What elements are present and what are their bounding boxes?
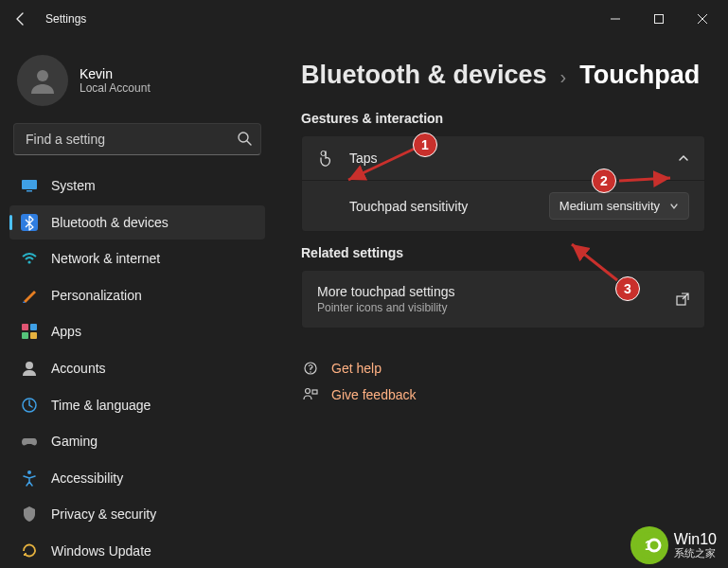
gaming-icon xyxy=(21,433,38,450)
accessibility-icon xyxy=(21,470,38,487)
profile-subtitle: Local Account xyxy=(80,81,151,95)
svg-rect-3 xyxy=(22,180,37,189)
system-icon xyxy=(21,177,38,194)
svg-rect-0 xyxy=(655,15,664,24)
sensitivity-dropdown[interactable]: Medium sensitivity xyxy=(549,192,689,220)
breadcrumb-parent[interactable]: Bluetooth & devices xyxy=(301,61,547,90)
sidebar-item-accessibility[interactable]: Accessibility xyxy=(9,460,265,495)
chevron-right-icon: › xyxy=(560,66,567,88)
chevron-up-icon xyxy=(678,152,689,164)
get-help-link[interactable]: Get help xyxy=(301,355,705,382)
sidebar-item-label: Windows Update xyxy=(51,543,151,559)
svg-rect-10 xyxy=(30,332,37,339)
sidebar-item-label: Personalization xyxy=(51,288,142,303)
sidebar-item-privacy[interactable]: Privacy & security xyxy=(9,497,265,532)
search-icon xyxy=(237,131,252,146)
sidebar-item-label: Gaming xyxy=(51,434,98,449)
back-button[interactable] xyxy=(4,2,38,36)
accounts-icon xyxy=(21,360,38,377)
svg-rect-19 xyxy=(312,390,317,394)
update-icon xyxy=(21,542,38,559)
minimize-icon xyxy=(611,14,620,24)
open-external-icon xyxy=(676,293,689,306)
minimize-button[interactable] xyxy=(594,4,637,34)
more-settings-subtitle: Pointer icons and visibility xyxy=(317,301,661,314)
watermark: 1 Win10 系统之家 xyxy=(625,523,722,568)
sidebar-item-bluetooth-devices[interactable]: Bluetooth & devices xyxy=(9,205,265,240)
sidebar-item-label: Accounts xyxy=(51,361,106,376)
profile-block[interactable]: Kevin Local Account xyxy=(9,49,265,123)
sidebar-item-gaming[interactable]: Gaming xyxy=(9,424,265,459)
avatar xyxy=(17,55,68,106)
search-box xyxy=(13,123,261,155)
close-icon xyxy=(698,14,707,24)
nav-list: System Bluetooth & devices Network & int… xyxy=(9,169,265,568)
sensitivity-label: Touchpad sensitivity xyxy=(349,199,468,214)
taps-row[interactable]: Taps xyxy=(302,136,704,181)
feedback-icon xyxy=(303,387,318,402)
main-content: Bluetooth & devices › Touchpad Gestures … xyxy=(275,38,728,568)
sidebar-item-system[interactable]: System xyxy=(9,169,265,204)
watermark-title: Win10 xyxy=(674,531,717,547)
watermark-subtitle: 系统之家 xyxy=(674,548,717,559)
chevron-down-icon xyxy=(669,202,679,211)
search-input[interactable] xyxy=(13,123,261,155)
more-settings-card: More touchpad settings Pointer icons and… xyxy=(301,270,705,328)
sidebar-item-label: Accessibility xyxy=(51,470,123,486)
paintbrush-icon xyxy=(21,287,38,304)
section-gestures-header: Gestures & interaction xyxy=(301,111,705,126)
svg-point-17 xyxy=(310,371,311,373)
give-feedback-label: Give feedback xyxy=(331,387,417,402)
back-arrow-icon xyxy=(13,11,28,27)
sidebar-item-network[interactable]: Network & internet xyxy=(9,241,265,276)
window-title: Settings xyxy=(45,12,86,26)
get-help-label: Get help xyxy=(331,361,382,376)
taps-card: Taps Touchpad sensitivity Medium sensiti… xyxy=(301,135,705,232)
sidebar-item-label: Bluetooth & devices xyxy=(51,215,169,230)
sidebar-item-personalization[interactable]: Personalization xyxy=(9,278,265,313)
close-button[interactable] xyxy=(681,4,724,34)
sensitivity-row: Touchpad sensitivity Medium sensitivity xyxy=(302,181,704,231)
svg-point-14 xyxy=(321,151,326,156)
sidebar-item-time-language[interactable]: Time & language xyxy=(9,387,265,422)
globe-clock-icon xyxy=(21,397,38,414)
taps-title: Taps xyxy=(349,151,663,166)
sensitivity-value: Medium sensitivity xyxy=(559,199,660,213)
breadcrumb-current: Touchpad xyxy=(579,61,700,90)
more-settings-title: More touchpad settings xyxy=(317,284,661,299)
sidebar-item-label: Apps xyxy=(51,324,81,339)
wifi-icon xyxy=(21,250,38,267)
svg-point-13 xyxy=(27,470,31,474)
section-related-header: Related settings xyxy=(301,245,705,260)
give-feedback-link[interactable]: Give feedback xyxy=(301,382,705,408)
titlebar: Settings xyxy=(0,0,728,38)
tap-icon xyxy=(317,150,334,167)
watermark-logo-icon: 1 xyxy=(630,526,668,564)
apps-icon xyxy=(21,323,38,340)
svg-point-6 xyxy=(27,261,30,264)
sidebar-item-label: System xyxy=(51,178,96,193)
svg-point-2 xyxy=(239,133,248,142)
svg-rect-4 xyxy=(27,190,32,192)
svg-point-11 xyxy=(26,362,33,369)
maximize-icon xyxy=(654,14,664,24)
sidebar: Kevin Local Account System Bluetooth & d… xyxy=(0,38,275,568)
svg-point-1 xyxy=(37,70,48,81)
sidebar-item-accounts[interactable]: Accounts xyxy=(9,351,265,386)
shield-icon xyxy=(21,506,38,523)
svg-rect-7 xyxy=(22,324,28,330)
sidebar-item-windows-update[interactable]: Windows Update xyxy=(9,533,265,568)
svg-rect-8 xyxy=(30,324,37,330)
profile-name: Kevin xyxy=(80,66,151,81)
sidebar-item-label: Time & language xyxy=(51,398,151,413)
person-icon xyxy=(27,65,58,96)
maximize-button[interactable] xyxy=(637,4,681,34)
more-settings-row[interactable]: More touchpad settings Pointer icons and… xyxy=(302,271,704,328)
sidebar-item-label: Privacy & security xyxy=(51,506,156,522)
breadcrumb: Bluetooth & devices › Touchpad xyxy=(301,61,705,90)
sidebar-item-label: Network & internet xyxy=(51,251,160,266)
svg-rect-9 xyxy=(22,332,28,339)
svg-point-18 xyxy=(306,389,311,394)
sidebar-item-apps[interactable]: Apps xyxy=(9,314,265,349)
help-icon xyxy=(303,361,318,376)
